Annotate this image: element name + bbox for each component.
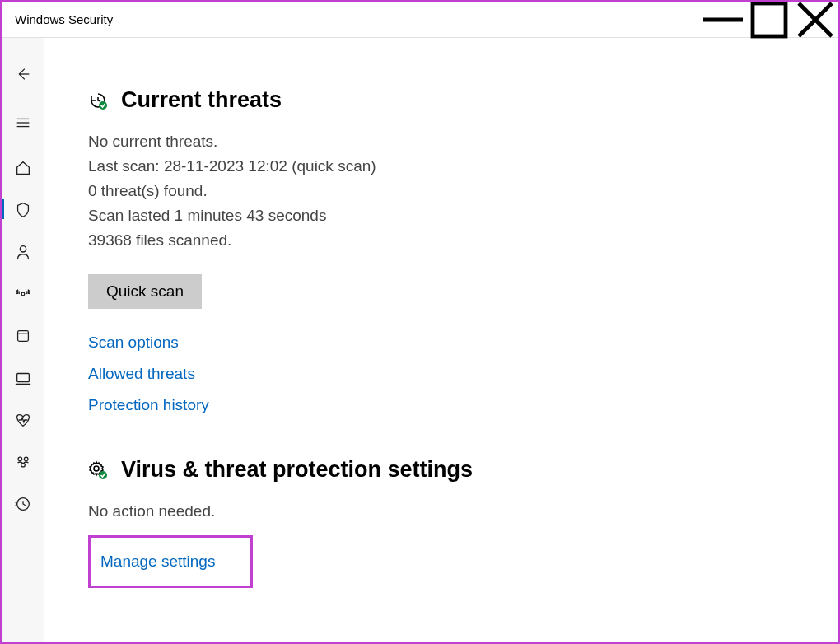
svg-point-20: [99, 471, 107, 479]
family-options-icon[interactable]: [2, 441, 44, 483]
threat-info: No current threats. Last scan: 28-11-202…: [88, 129, 838, 253]
settings-heading: Virus & threat protection settings: [121, 457, 473, 483]
svg-point-14: [18, 457, 22, 461]
svg-point-8: [20, 245, 26, 251]
firewall-icon[interactable]: [2, 273, 44, 315]
svg-point-9: [21, 292, 25, 296]
sidebar: [2, 38, 44, 642]
scan-duration-text: Scan lasted 1 minutes 43 seconds: [88, 203, 838, 228]
gear-check-icon: [88, 460, 108, 480]
window-title: Windows Security: [2, 12, 700, 26]
manage-settings-link[interactable]: Manage settings: [100, 553, 215, 570]
manage-settings-highlight: Manage settings: [88, 535, 253, 588]
svg-point-15: [24, 457, 28, 461]
svg-rect-12: [16, 373, 29, 381]
shield-icon[interactable]: [2, 189, 44, 231]
title-bar: Windows Security: [2, 2, 838, 38]
allowed-threats-link[interactable]: Allowed threats: [88, 365, 838, 383]
svg-rect-1: [753, 3, 786, 36]
account-icon[interactable]: [2, 231, 44, 273]
quick-scan-button[interactable]: Quick scan: [88, 274, 202, 309]
protection-history-icon[interactable]: [2, 483, 44, 525]
scan-options-link[interactable]: Scan options: [88, 334, 838, 352]
protection-history-link[interactable]: Protection history: [88, 396, 838, 414]
settings-status-text: No action needed.: [88, 499, 838, 524]
no-threats-text: No current threats.: [88, 129, 838, 154]
app-browser-icon[interactable]: [2, 315, 44, 357]
device-security-icon[interactable]: [2, 357, 44, 399]
current-threats-heading: Current threats: [121, 87, 282, 113]
hamburger-menu-icon[interactable]: [2, 101, 44, 143]
svg-point-16: [21, 463, 25, 467]
maximize-button[interactable]: [746, 2, 792, 38]
svg-point-18: [99, 101, 107, 110]
home-icon[interactable]: [2, 147, 44, 189]
main-content: Current threats No current threats. Last…: [44, 38, 838, 642]
clock-check-icon: [88, 91, 108, 110]
threats-found-text: 0 threat(s) found.: [88, 179, 838, 203]
back-button[interactable]: [2, 53, 44, 95]
svg-rect-10: [17, 330, 28, 341]
minimize-button[interactable]: [700, 2, 746, 38]
virus-settings-section: Virus & threat protection settings No ac…: [88, 457, 838, 588]
last-scan-text: Last scan: 28-11-2023 12:02 (quick scan): [88, 154, 838, 179]
svg-point-19: [94, 466, 99, 471]
close-button[interactable]: [792, 2, 838, 38]
performance-health-icon[interactable]: [2, 399, 44, 441]
current-threats-section: Current threats No current threats. Last…: [88, 87, 838, 414]
files-scanned-text: 39368 files scanned.: [88, 228, 838, 253]
